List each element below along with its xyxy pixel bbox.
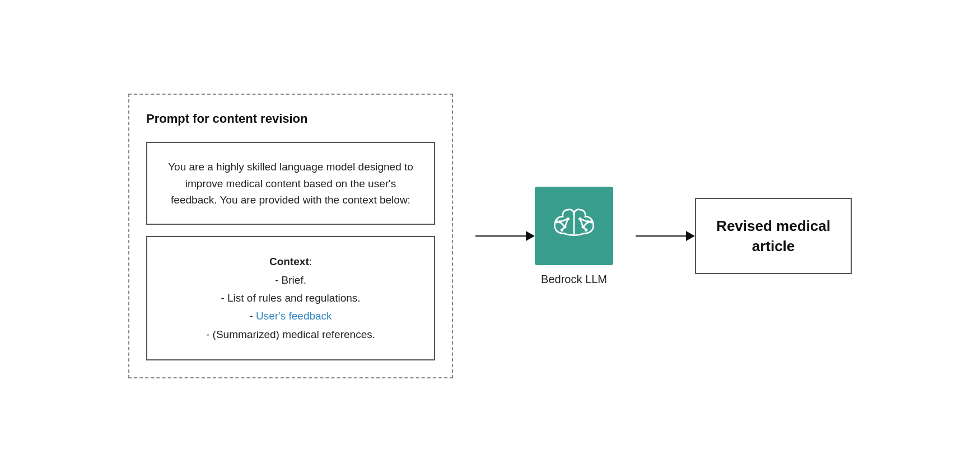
arrow-2 [636,231,695,241]
svg-point-19 [585,228,587,231]
outer-box-title: Prompt for content revision [146,112,435,126]
brain-circuit-icon [549,201,599,251]
arrow-1 [475,231,535,241]
prompt-outer-box: Prompt for content revision You are a hi… [128,94,453,378]
output-box: Revised medical article [695,198,852,275]
arrow-1-container [475,231,535,241]
prompt-inner-box: You are a highly skilled language model … [146,142,435,225]
context-line-4: - (Summarized) medical references. [206,328,375,340]
context-line-3: - [249,310,256,322]
bedrock-container: Bedrock LLM [535,187,613,286]
output-text: Revised medical article [716,216,830,257]
context-text: Context: - Brief. - List of rules and re… [161,253,421,343]
context-label: Context [269,256,309,267]
bedrock-label: Bedrock LLM [541,273,607,286]
svg-line-7 [560,221,565,226]
svg-line-10 [583,221,588,226]
prompt-text: You are a highly skilled language model … [161,159,421,208]
arrow-2-container [636,231,695,241]
arrow-shaft-2 [636,235,686,237]
svg-point-16 [556,220,558,223]
arrow-shaft-1 [475,235,526,237]
bedrock-icon-box [535,187,613,265]
users-feedback-link[interactable]: User's feedback [256,310,332,322]
diagram-container: Prompt for content revision You are a hi… [0,0,980,472]
svg-point-20 [561,228,563,231]
arrow-head-1 [526,231,535,241]
arrow-head-2 [686,231,695,241]
context-inner-box: Context: - Brief. - List of rules and re… [146,236,435,360]
svg-point-15 [590,220,592,223]
context-line-1: - Brief. [275,274,306,286]
context-line-2: - List of rules and regulations. [221,292,360,304]
